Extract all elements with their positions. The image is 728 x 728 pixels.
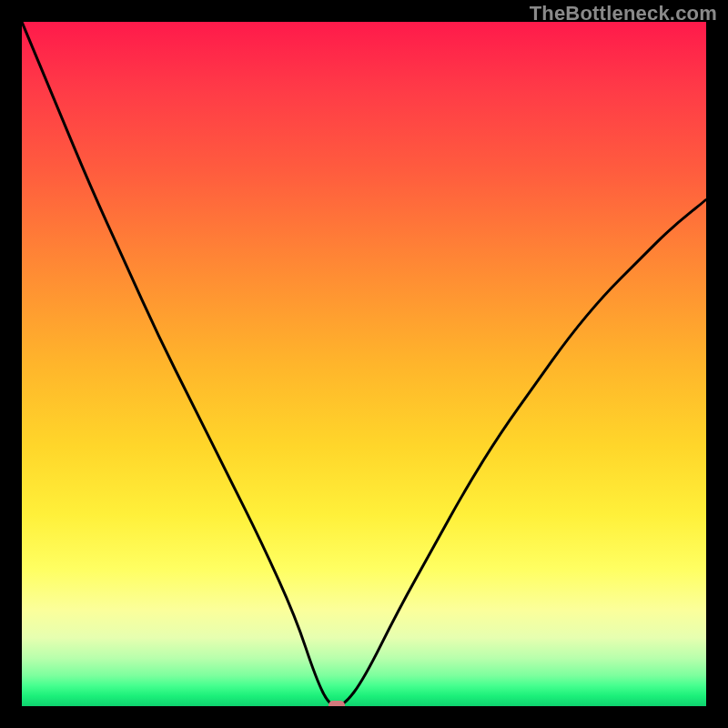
bottleneck-curve-path — [22, 22, 706, 706]
chart-container: TheBottleneck.com — [0, 0, 728, 728]
curve-svg — [22, 22, 706, 706]
minimum-marker — [329, 701, 345, 706]
watermark-text: TheBottleneck.com — [530, 2, 717, 25]
plot-area — [22, 22, 706, 706]
